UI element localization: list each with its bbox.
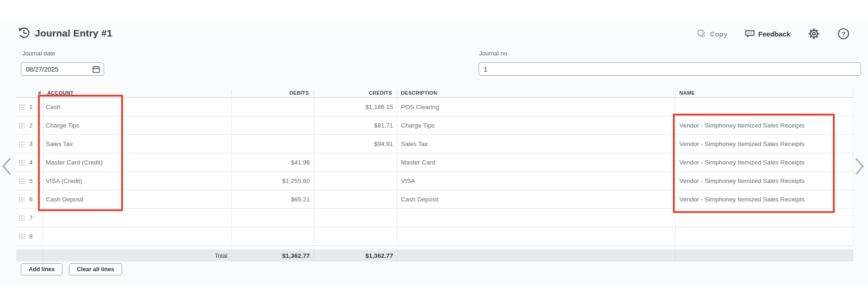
- copy-button[interactable]: Copy: [697, 29, 727, 38]
- header-account: ACCOUNT: [43, 90, 231, 96]
- row-number: 7: [27, 209, 43, 227]
- drag-handle-icon[interactable]: [16, 227, 27, 245]
- row-number: 3: [27, 135, 43, 153]
- cell-debits[interactable]: $1,255.60: [231, 172, 314, 190]
- cell-debits[interactable]: [231, 227, 314, 245]
- copy-icon: [697, 29, 706, 38]
- cell-description[interactable]: VISA: [397, 172, 675, 190]
- feedback-label: Feedback: [758, 30, 790, 38]
- drag-handle-icon[interactable]: [16, 153, 27, 171]
- table-row: 1Cash$1,186.15POS Clearing: [16, 98, 853, 116]
- cell-name[interactable]: Vendor - Simphoney Itemized Sales Receip…: [675, 116, 853, 134]
- drag-dots: [18, 122, 25, 128]
- settings-gear-icon[interactable]: [808, 28, 820, 40]
- row-number: 8: [27, 227, 43, 245]
- drag-dots: [18, 233, 25, 239]
- cell-credits[interactable]: [314, 172, 397, 190]
- cell-description[interactable]: Sales Tax: [397, 135, 675, 153]
- cell-debits[interactable]: [231, 135, 314, 153]
- feedback-icon: [745, 29, 755, 38]
- cell-debits[interactable]: [231, 209, 314, 227]
- row-number: 1: [27, 98, 43, 116]
- table-row: 3Sales Tax$94.91Sales TaxVendor - Simpho…: [16, 135, 853, 153]
- row-number: 5: [27, 172, 43, 190]
- cell-account[interactable]: Sales Tax: [43, 135, 231, 153]
- drag-dots: [18, 215, 25, 221]
- header-description: DESCRIPTION: [397, 90, 675, 96]
- cell-description[interactable]: Cash Deposit: [397, 190, 675, 208]
- clear-all-lines-button[interactable]: Clear all lines: [69, 263, 122, 275]
- cell-account[interactable]: VISA (Credit): [43, 172, 231, 190]
- table-body: 1Cash$1,186.15POS Clearing2Charge Tips$8…: [16, 98, 853, 246]
- cell-credits[interactable]: [314, 153, 397, 171]
- drag-handle-icon[interactable]: [16, 172, 27, 190]
- cell-credits[interactable]: $94.91: [314, 135, 397, 153]
- drag-handle-icon[interactable]: [16, 135, 27, 153]
- cell-name[interactable]: [675, 227, 853, 245]
- journal-date-label: Journal date: [22, 50, 55, 57]
- cell-credits[interactable]: [314, 209, 397, 227]
- table-row: 4Master Card (Credit)$41.96Master CardVe…: [16, 153, 853, 172]
- cell-name[interactable]: Vendor - Simphoney Itemized Sales Receip…: [675, 153, 853, 171]
- cell-account[interactable]: Charge Tips: [43, 116, 231, 134]
- cell-credits[interactable]: [314, 227, 397, 245]
- cell-debits[interactable]: [231, 98, 314, 116]
- table-footer-actions: Add lines Clear all lines: [21, 263, 122, 275]
- journal-no-input[interactable]: [479, 62, 861, 76]
- cell-description[interactable]: [397, 209, 675, 227]
- cell-debits[interactable]: $65.21: [231, 190, 314, 208]
- copy-label: Copy: [710, 30, 727, 38]
- drag-handle-icon[interactable]: [16, 209, 27, 227]
- cell-name[interactable]: Vendor - Simphoney Itemized Sales Receip…: [675, 135, 853, 153]
- drag-handle-icon[interactable]: [16, 190, 27, 208]
- table-row: 2Charge Tips$81.71Charge TipsVendor - Si…: [16, 116, 853, 135]
- cell-description[interactable]: Charge Tips: [397, 116, 675, 134]
- cell-name[interactable]: [675, 209, 853, 227]
- cell-debits[interactable]: $41.96: [231, 153, 314, 171]
- cell-credits[interactable]: [314, 190, 397, 208]
- scroll-left-chevron-icon[interactable]: [0, 156, 14, 176]
- help-icon[interactable]: ?: [837, 28, 850, 40]
- table-header-row: # ACCOUNT DEBITS CREDITS DESCRIPTION NAM…: [16, 88, 853, 98]
- total-row: Total $1,362.77 $1,362.77: [16, 249, 853, 262]
- drag-dots: [18, 178, 25, 184]
- cell-description[interactable]: Master Card: [397, 153, 675, 171]
- feedback-button[interactable]: Feedback: [745, 29, 790, 38]
- header-number: #: [27, 90, 43, 96]
- total-label: Total: [43, 249, 231, 262]
- page-header: Journal Entry #1: [18, 27, 112, 39]
- cell-account[interactable]: Cash Deposit: [43, 190, 231, 208]
- cell-name[interactable]: Vendor - Simphoney Itemized Sales Receip…: [675, 190, 853, 208]
- drag-handle-icon[interactable]: [16, 116, 27, 134]
- cell-description[interactable]: [397, 227, 675, 245]
- add-lines-button[interactable]: Add lines: [21, 263, 62, 275]
- table-row: 7: [16, 209, 853, 227]
- cell-description[interactable]: POS Clearing: [397, 98, 675, 116]
- cell-account[interactable]: [43, 209, 231, 227]
- page-title: Journal Entry #1: [35, 28, 112, 39]
- calendar-icon[interactable]: [92, 65, 100, 73]
- total-debits: $1,362.77: [231, 249, 314, 262]
- header-actions: Copy Feedback: [697, 28, 850, 40]
- drag-dots: [18, 196, 25, 202]
- row-number: 4: [27, 153, 43, 171]
- cell-account[interactable]: Master Card (Credit): [43, 153, 231, 171]
- cell-debits[interactable]: [231, 116, 314, 134]
- drag-dots: [18, 104, 25, 110]
- cell-name[interactable]: Vendor - Simphoney Itemized Sales Receip…: [675, 172, 853, 190]
- drag-dots: [18, 159, 25, 165]
- cell-account[interactable]: Cash: [43, 98, 231, 116]
- table-row: 6Cash Deposit$65.21Cash DepositVendor - …: [16, 190, 853, 209]
- table-row: 5VISA (Credit)$1,255.60VISAVendor - Simp…: [16, 172, 853, 190]
- row-number: 6: [27, 190, 43, 208]
- cell-name[interactable]: [675, 98, 853, 116]
- history-clock-icon[interactable]: [18, 27, 30, 39]
- cell-account[interactable]: [43, 227, 231, 245]
- cell-credits[interactable]: $1,186.15: [314, 98, 397, 116]
- journal-date-input[interactable]: [21, 62, 104, 76]
- drag-handle-icon[interactable]: [16, 98, 27, 116]
- cell-credits[interactable]: $81.71: [314, 116, 397, 134]
- total-spacer: [397, 249, 675, 262]
- journal-no-label: Journal no.: [479, 50, 509, 57]
- scroll-right-chevron-icon[interactable]: [852, 156, 866, 176]
